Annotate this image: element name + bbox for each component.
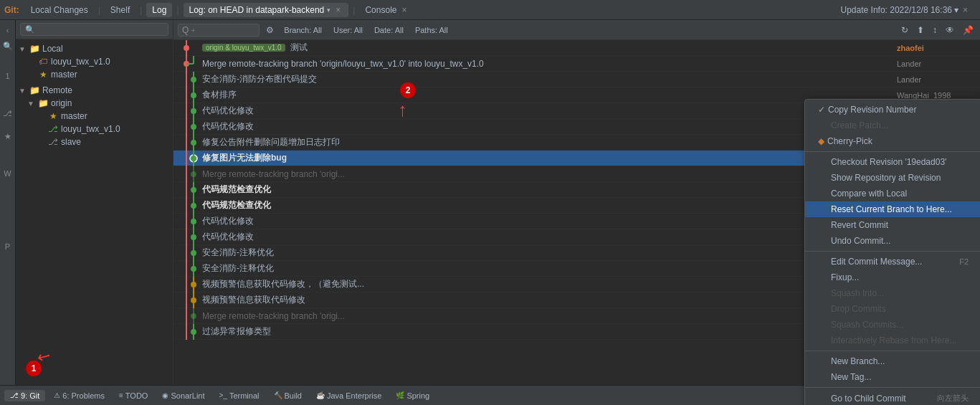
fetch-icon[interactable]: ⬆ — [915, 24, 926, 37]
ctx-checkout-revision[interactable]: Checkout Revision '19edad03' — [805, 154, 980, 170]
todo-icon: ≡ — [119, 391, 123, 399]
sidebar-search-input[interactable] — [20, 23, 168, 36]
ctx-sep-3 — [805, 351, 980, 351]
svg-point-9 — [191, 77, 196, 82]
ctx-drop-commits[interactable]: Drop Commits — [805, 301, 980, 317]
log-row[interactable]: origin & louyu_twx_v1.0 测试 zhaofei — [173, 40, 980, 56]
tab-console[interactable]: Console × — [359, 3, 414, 17]
svg-point-0 — [184, 45, 189, 51]
log-head-dropdown[interactable]: ▾ — [327, 6, 330, 14]
tree-origin-group[interactable]: ▼ 📁 origin — [16, 97, 173, 110]
git-btn[interactable]: ⎇ — [1, 106, 15, 120]
ctx-sep-4 — [805, 387, 980, 388]
vertical-tabs: ‹ 🔍 1 ⎇ ★ W P — [0, 20, 16, 385]
context-menu: ✓Copy Revision Number Create Patch... ◆C… — [804, 99, 980, 405]
svg-point-48 — [191, 282, 196, 287]
svg-point-15 — [191, 108, 196, 114]
terminal-icon: >_ — [219, 391, 227, 399]
sort-icon[interactable]: ↕ — [931, 24, 939, 37]
log-row[interactable]: 安全消防-消防分布图代码提交 Lander — [173, 72, 980, 87]
log-area: Q ⚙ Branch: All User: All Date: All Path… — [173, 20, 980, 385]
ctx-squash-into[interactable]: Squash Into... — [805, 285, 980, 301]
branch-tree: ▼ 📁 Local 🏷 louyu_twx_v1.0 ★ master ▼ 📁 … — [16, 39, 173, 385]
ctx-undo-commit[interactable]: Undo Commit... — [805, 233, 980, 249]
svg-point-36 — [191, 219, 196, 224]
ctx-sep-2 — [805, 251, 980, 252]
search-btn[interactable]: 🔍 — [1, 39, 15, 53]
ctx-new-tag[interactable]: New Tag... — [805, 369, 980, 385]
ctx-interactive-rebase[interactable]: Interactively Rebase from Here... — [805, 333, 980, 348]
bottom-tab-build[interactable]: 🔨 Build — [268, 390, 308, 401]
persistence-btn[interactable]: P — [1, 239, 15, 254]
ctx-sep-1 — [805, 151, 980, 152]
pin-icon[interactable]: 📌 — [961, 24, 976, 37]
update-info-close[interactable]: × — [961, 5, 970, 15]
ctx-edit-msg[interactable]: Edit Commit Message... F2 — [805, 254, 980, 270]
ctx-copy-revision[interactable]: ✓Copy Revision Number — [805, 102, 980, 118]
sonar-icon: ◉ — [162, 391, 168, 399]
refresh-icon[interactable]: ↻ — [899, 24, 910, 37]
build-icon: 🔨 — [274, 391, 282, 399]
ctx-fixup[interactable]: Fixup... — [805, 270, 980, 285]
bottom-tab-git[interactable]: ⎇ 9: Git — [4, 390, 45, 401]
ctx-create-patch[interactable]: Create Patch... — [805, 118, 980, 133]
git-label: Git: — [4, 5, 19, 15]
svg-point-45 — [191, 266, 196, 272]
ctx-compare-local[interactable]: Compare with Local — [805, 186, 980, 201]
log-settings-icon[interactable]: ⚙ — [264, 24, 276, 37]
paths-filter-btn[interactable]: Paths: All — [411, 24, 452, 36]
tab-shelf[interactable]: Shelf — [105, 3, 135, 17]
log-search-bar[interactable]: Q — [178, 24, 260, 37]
tab-log[interactable]: Log — [146, 3, 172, 17]
log-row[interactable]: Merge remote-tracking branch 'origin/lou… — [173, 56, 980, 72]
tree-slave-branch[interactable]: ⎇ slave — [16, 135, 173, 148]
svg-point-51 — [191, 297, 196, 303]
bottom-tab-sonarlint[interactable]: ◉ SonarLint — [156, 390, 210, 401]
svg-point-54 — [191, 313, 196, 319]
svg-point-57 — [191, 329, 196, 335]
bottom-tab-terminal[interactable]: >_ Terminal — [214, 390, 265, 401]
svg-point-39 — [191, 234, 196, 240]
ctx-revert-commit[interactable]: Revert Commit — [805, 217, 980, 233]
tree-local-group[interactable]: ▼ 📁 Local — [16, 42, 173, 55]
ctx-show-repo[interactable]: Show Repository at Revision — [805, 170, 980, 186]
tree-master-branch[interactable]: ★ master — [16, 68, 173, 81]
tree-louyu-tag[interactable]: 🏷 louyu_twx_v1.0 — [16, 55, 173, 68]
svg-point-42 — [191, 250, 196, 256]
tree-origin-master[interactable]: ★ master — [16, 110, 173, 123]
update-info[interactable]: Update Info: 2022/12/8 16:36 ▾ × — [835, 3, 976, 17]
ctx-reset-branch[interactable]: Reset Current Branch to Here... — [805, 201, 980, 217]
svg-point-3 — [184, 61, 189, 67]
branch-filter-btn[interactable]: Branch: All — [280, 24, 325, 36]
date-filter-btn[interactable]: Date: All — [371, 24, 407, 36]
collapse-btn[interactable]: ‹ — [1, 23, 15, 37]
tab-log-head-close[interactable]: × — [333, 5, 343, 15]
tab-console-close[interactable]: × — [399, 5, 409, 15]
web-btn[interactable]: W — [1, 166, 15, 181]
favorites-btn[interactable]: ★ — [1, 129, 15, 143]
ctx-new-branch[interactable]: New Branch... — [805, 353, 980, 369]
bottom-tab-problems[interactable]: ⚠ 6: Problems — [48, 390, 110, 401]
svg-point-18 — [191, 124, 196, 130]
structure-btn[interactable]: 1 — [1, 69, 15, 83]
eye-icon[interactable]: 👁 — [943, 24, 956, 37]
log-search-icon: Q — [182, 25, 189, 35]
svg-point-21 — [191, 140, 196, 146]
user-filter-btn[interactable]: User: All — [330, 24, 366, 36]
ctx-go-child[interactable]: Go to Child Commit 向左箭头 — [805, 390, 980, 405]
left-sidebar: ▼ 📁 Local 🏷 louyu_twx_v1.0 ★ master ▼ 📁 … — [16, 20, 173, 385]
bottom-tab-spring[interactable]: 🌿 Spring — [390, 390, 435, 401]
tab-local-changes[interactable]: Local Changes — [25, 3, 94, 17]
bottom-tab-java-enterprise[interactable]: ☕ Java Enterprise — [310, 390, 387, 401]
ctx-squash-commits[interactable]: Squash Commits... — [805, 317, 980, 333]
svg-point-30 — [191, 187, 196, 193]
log-toolbar: Q ⚙ Branch: All User: All Date: All Path… — [173, 20, 980, 40]
tree-origin-louyu[interactable]: ⎇ louyu_twx_v1.0 — [16, 123, 173, 135]
sidebar-search-bar — [16, 20, 173, 39]
ctx-cherry-pick[interactable]: ◆Cherry-Pick — [805, 133, 980, 149]
tree-remote-group[interactable]: ▼ 📁 Remote — [16, 84, 173, 97]
bottom-tab-todo[interactable]: ≡ TODO — [113, 390, 153, 401]
main-layout: ‹ 🔍 1 ⎇ ★ W P ▼ 📁 Local 🏷 louyu_twx_v1.0 — [0, 20, 980, 385]
tab-log-head[interactable]: Log: on HEAD in datapark-backend ▾ × — [184, 3, 349, 17]
log-search-input[interactable] — [191, 26, 255, 34]
